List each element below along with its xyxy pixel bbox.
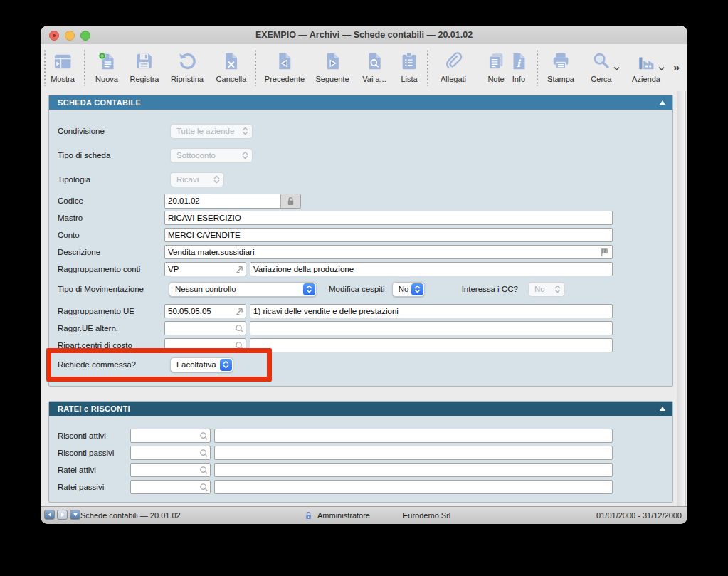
risconti-attivi-desc-input[interactable] [214,429,613,443]
ratei-passivi-desc-input[interactable] [214,480,613,494]
toolbar-button-note[interactable]: Note [485,51,507,83]
toolbar-button-label: Mostra [51,75,75,83]
section-title: RATEI e RISCONTI [58,404,130,413]
toolbar-button-azienda[interactable]: Azienda [632,51,660,83]
toolbar-button-ripristina[interactable]: Ripristina [171,51,204,83]
toolbar-button-seguente[interactable]: Seguente [315,51,349,83]
titlebar[interactable]: EXEMPIO — Archivi — Schede contabili — 2… [41,26,687,45]
toolbar-button-label: Azienda [632,75,660,83]
field-label: Risconti passivi [49,449,130,457]
interessa-cc-select: No [528,282,565,297]
codice-field[interactable] [164,194,301,209]
toolbar-button-allegati[interactable]: Allegati [441,51,466,83]
magnifier-icon[interactable] [235,324,244,333]
chevron-updown-icon [554,283,561,296]
field-row-ratei-attivi: Ratei attivi [49,462,672,478]
ratei-passivi-code-field [130,480,211,494]
desktop-background: EXEMPIO — Archivi — Schede contabili — 2… [0,0,728,576]
ripart-centri-costo-code-field [164,338,246,352]
field-row-condivisione: Condivisione Tutte le aziende [49,123,672,139]
richiede-commessa-select[interactable]: Facoltativa [170,357,233,372]
toolbar-button-info[interactable]: i Info [508,51,529,83]
toolbar-button-nuova[interactable]: Nuova [95,51,118,83]
flag-icon[interactable] [599,247,610,258]
modifica-cespiti-select[interactable]: No [392,282,425,297]
vertical-scrollbar[interactable] [677,91,686,507]
field-label: Risconti attivi [49,431,130,440]
descrizione-input[interactable] [164,245,613,259]
magnifier-icon[interactable] [199,449,209,458]
conto-input[interactable] [164,228,613,242]
toolbar-button-mostra[interactable]: Mostra [51,51,75,83]
field-label: Conto [49,231,164,239]
magnifier-icon[interactable] [199,483,209,492]
field-label: Interessa i CC? [462,285,518,293]
raggruppamento-conti-code-input[interactable] [164,262,246,276]
toolbar-button-lista[interactable]: Lista [399,51,420,83]
descrizione-field [164,245,613,259]
nav-previous-button[interactable] [44,510,55,520]
ratei-attivi-desc-input[interactable] [214,463,613,477]
raggruppamento-ue-code-input[interactable] [164,304,246,318]
field-row-raggruppamento-ue: Raggruppamento UE [49,303,672,319]
tipo-movimentazione-select[interactable]: Nessun controllo [169,282,317,297]
magnifier-icon[interactable] [199,466,209,475]
toolbar-button-registra[interactable]: Registra [130,51,159,83]
ripart-centri-costo-code-input[interactable] [164,338,246,352]
field-label: Condivisione [49,127,164,135]
nav-list-button[interactable] [70,510,80,520]
list-clipboard-icon [399,51,420,72]
field-row-raggruppamento-conti: Raggruppamento conti [49,261,672,277]
raggruppamento-conti-desc-input[interactable] [250,262,613,276]
ripart-centri-costo-desc-input[interactable] [250,338,613,352]
section-header-ratei-risconti[interactable]: RATEI e RISCONTI [49,402,672,416]
notes-icon [485,51,507,72]
delete-document-icon [221,51,242,72]
raggr-ue-altern-desc-input[interactable] [250,321,613,335]
codice-input[interactable] [165,194,280,208]
toolbar-button-precedente[interactable]: Precedente [265,51,305,83]
field-label: Tipologia [49,175,164,184]
toolbar-button-stampa[interactable]: Stampa [547,51,574,83]
statusbar-company: Eurodemo Srl [403,507,450,524]
section-title: SCHEDA CONTABILE [58,98,141,107]
nav-next-button[interactable] [57,510,68,520]
risconti-passivi-desc-input[interactable] [214,446,613,460]
raggruppamento-ue-desc-input[interactable] [250,304,613,318]
section-header-scheda-contabile[interactable]: SCHEDA CONTABILE [49,95,672,110]
toolbar-overflow-button[interactable]: » [673,61,680,74]
window-title: EXEMPIO — Archivi — Schede contabili — 2… [41,26,687,44]
toolbar-separator [255,49,256,86]
paperclip-icon [443,51,464,72]
toolbar-button-label: Precedente [265,75,305,83]
raggr-ue-altern-code-input[interactable] [164,321,246,335]
magnifier-icon[interactable] [235,341,244,350]
toolbar-button-cancella[interactable]: Cancella [216,51,247,83]
content-area: SCHEDA CONTABILE Condivisione Tutte le a… [41,91,687,507]
toolbar-button-label: Ripristina [171,75,204,83]
selected-value: Sottoconto [171,151,231,159]
collapse-section-icon[interactable] [660,407,665,411]
field-row-descrizione: Descrizione [49,244,672,260]
ratei-attivi-code-field [130,463,211,477]
field-label: Tipo di Movimentazione [49,285,164,293]
field-row-codice: Codice [49,193,672,209]
field-label: Richiede commessa? [49,360,164,369]
magnifier-icon[interactable] [199,431,209,441]
toolbar-separator [84,49,85,86]
field-label: Raggruppamento conti [49,265,164,273]
statusbar-period: 01/01/2000 - 31/12/2000 [596,507,682,524]
field-label: Tipo di scheda [49,151,164,159]
toolbar-button-label: Cerca [591,75,611,83]
toolbar-button-cerca[interactable]: Cerca [591,51,612,83]
undo-arrow-icon [176,51,198,72]
mastro-input[interactable] [164,211,613,225]
toolbar-button-vai-a[interactable]: Vai a... [362,51,386,83]
risconti-passivi-code-field [130,446,211,460]
goto-reference-icon[interactable] [235,307,244,316]
field-label: Ripart.centri di costo [49,341,164,350]
field-label: Ratei attivi [49,466,130,474]
goto-reference-icon[interactable] [235,265,244,274]
field-label: Raggr.UE altern. [49,324,164,332]
collapse-section-icon[interactable] [660,100,665,105]
